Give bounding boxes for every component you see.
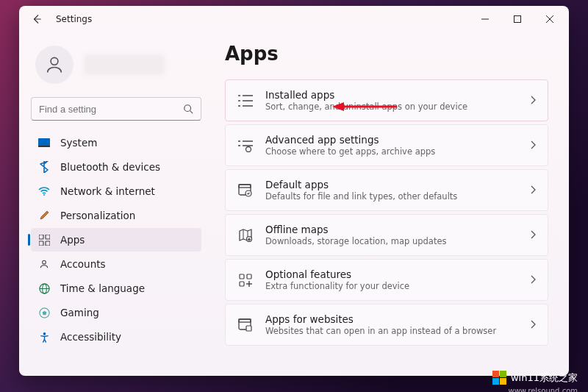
sidebar-item-label: Bluetooth & devices xyxy=(60,161,160,173)
svg-rect-44 xyxy=(239,319,251,322)
watermark: win11系统之家 xyxy=(492,371,578,385)
sidebar-item-label: Network & internet xyxy=(60,185,155,197)
card-title: Apps for websites xyxy=(265,313,518,325)
svg-rect-12 xyxy=(46,235,50,239)
svg-rect-39 xyxy=(247,274,251,279)
paintbrush-icon xyxy=(38,210,50,221)
profile-area[interactable] xyxy=(28,41,204,94)
card-subtitle: Choose where to get apps, archive apps xyxy=(265,146,518,157)
nav-list: System Bluetooth & devices Network & int… xyxy=(28,131,204,349)
card-apps-for-websites[interactable]: Apps for websitesWebsites that can open … xyxy=(225,304,548,346)
maximize-button[interactable] xyxy=(501,8,534,30)
sidebar-item-label: Gaming xyxy=(60,307,99,318)
card-title: Default apps xyxy=(265,179,518,190)
svg-rect-13 xyxy=(39,241,43,246)
settings-cards: Installed appsSort, change, and uninstal… xyxy=(225,79,548,346)
svg-rect-14 xyxy=(46,241,50,246)
map-icon xyxy=(237,227,254,243)
settings-window: Settings System xyxy=(19,6,569,376)
svg-rect-11 xyxy=(39,235,43,239)
card-subtitle: Sort, change, and uninstall apps on your… xyxy=(265,101,518,112)
sidebar-item-label: Apps xyxy=(60,234,85,246)
svg-rect-33 xyxy=(239,185,251,188)
watermark-text: win11系统之家 xyxy=(511,371,578,385)
maximize-icon xyxy=(514,15,521,23)
watermark-logo-icon xyxy=(492,371,506,385)
svg-point-5 xyxy=(51,57,58,65)
default-apps-icon xyxy=(237,182,254,199)
minimize-icon xyxy=(481,15,489,23)
card-subtitle: Extra functionality for your device xyxy=(265,281,518,291)
page-title: Apps xyxy=(225,43,548,65)
close-button[interactable] xyxy=(534,8,566,30)
svg-rect-9 xyxy=(38,146,50,147)
chevron-right-icon xyxy=(530,318,536,332)
sidebar: System Bluetooth & devices Network & int… xyxy=(19,32,210,376)
back-button[interactable] xyxy=(29,12,44,26)
card-title: Installed apps xyxy=(265,89,518,101)
back-arrow-icon xyxy=(32,14,42,24)
advanced-settings-icon xyxy=(237,138,254,154)
sidebar-item-time-language[interactable]: Time & language xyxy=(31,277,201,300)
sidebar-item-personalization[interactable]: Personalization xyxy=(31,204,201,227)
card-offline-maps[interactable]: Offline mapsDownloads, storage location,… xyxy=(225,214,548,256)
chevron-right-icon xyxy=(530,93,536,107)
accessibility-icon xyxy=(38,331,50,343)
chevron-right-icon xyxy=(530,228,536,242)
card-optional-features[interactable]: Optional featuresExtra functionality for… xyxy=(225,259,548,301)
avatar xyxy=(35,46,74,84)
profile-name-blurred xyxy=(84,54,165,75)
svg-point-31 xyxy=(246,146,251,152)
main-panel: Apps Installed appsSort, change, and uni… xyxy=(210,32,569,376)
sidebar-item-accessibility[interactable]: Accessibility xyxy=(31,325,201,349)
installed-apps-icon xyxy=(237,93,254,109)
wifi-icon xyxy=(38,185,50,197)
card-subtitle: Downloads, storage location, map updates xyxy=(265,236,518,246)
accounts-icon xyxy=(38,258,50,270)
apps-for-websites-icon xyxy=(237,317,254,333)
apps-icon xyxy=(38,234,50,246)
card-title: Offline maps xyxy=(265,224,518,235)
search-input[interactable] xyxy=(39,104,183,115)
svg-line-7 xyxy=(190,111,193,114)
card-subtitle: Defaults for file and link types, other … xyxy=(265,191,518,202)
sidebar-item-gaming[interactable]: Gaming xyxy=(31,301,201,324)
card-installed-apps[interactable]: Installed appsSort, change, and uninstal… xyxy=(225,79,548,121)
titlebar: Settings xyxy=(19,6,569,32)
globe-icon xyxy=(38,282,50,294)
minimize-button[interactable] xyxy=(469,8,501,30)
system-icon xyxy=(38,137,50,149)
chevron-right-icon xyxy=(530,183,536,197)
sidebar-item-network[interactable]: Network & internet xyxy=(31,179,201,203)
sidebar-item-accounts[interactable]: Accounts xyxy=(31,252,201,276)
window-controls xyxy=(469,8,566,30)
optional-features-icon xyxy=(237,272,254,288)
sidebar-item-apps[interactable]: Apps xyxy=(31,228,201,252)
sidebar-item-label: Personalization xyxy=(60,210,135,221)
svg-point-20 xyxy=(43,332,46,335)
sidebar-item-label: Accounts xyxy=(60,258,106,270)
search-box[interactable] xyxy=(31,97,201,121)
search-icon xyxy=(183,104,193,114)
watermark-sub: www.relsound.com xyxy=(508,387,578,392)
svg-rect-8 xyxy=(38,138,50,146)
card-default-apps[interactable]: Default appsDefaults for file and link t… xyxy=(225,169,548,211)
card-subtitle: Websites that can open in an app instead… xyxy=(265,326,518,336)
close-icon xyxy=(546,15,553,23)
card-title: Optional features xyxy=(265,268,518,280)
card-title: Advanced app settings xyxy=(265,134,518,146)
svg-rect-40 xyxy=(240,282,244,286)
svg-point-15 xyxy=(43,260,46,264)
chevron-right-icon xyxy=(530,138,536,152)
window-title: Settings xyxy=(56,14,92,24)
svg-rect-2 xyxy=(514,16,521,23)
person-icon xyxy=(44,54,65,75)
bluetooth-icon xyxy=(38,161,50,173)
sidebar-item-system[interactable]: System xyxy=(31,131,201,154)
svg-rect-45 xyxy=(246,326,251,331)
sidebar-item-bluetooth[interactable]: Bluetooth & devices xyxy=(31,155,201,179)
svg-rect-38 xyxy=(240,274,244,279)
card-advanced-app-settings[interactable]: Advanced app settingsChoose where to get… xyxy=(225,124,548,166)
sidebar-item-label: System xyxy=(60,137,97,149)
sidebar-item-label: Time & language xyxy=(60,282,145,294)
